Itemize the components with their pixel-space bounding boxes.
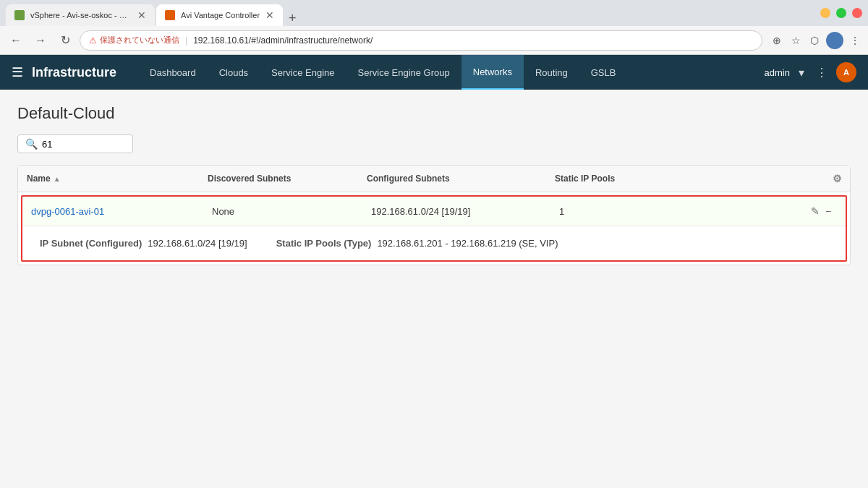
vsphere-favicon	[14, 10, 25, 20]
nav-item-routing[interactable]: Routing	[524, 55, 579, 90]
avi-favicon	[165, 10, 175, 20]
delete-button[interactable]: −	[825, 205, 831, 217]
tab-vsphere-close[interactable]: ✕	[137, 9, 146, 21]
table-row-expanded-wrapper: dvpg-0061-avi-01 None 192.168.61.0/24 [1…	[21, 195, 847, 262]
maximize-button[interactable]	[836, 8, 846, 18]
settings-icon[interactable]: ⚙	[833, 173, 842, 184]
table-header: Name ▲ Discovered Subnets Configured Sub…	[18, 166, 850, 192]
nav-item-service-engine[interactable]: Service Engine	[260, 55, 346, 90]
browser-tab-vsphere[interactable]: vSphere - Avi-se-oskoc - サマリ ✕	[6, 4, 155, 26]
th-name: Name ▲	[18, 166, 199, 192]
search-icon: 🔍	[25, 138, 38, 150]
ip-subnet-item: IP Subnet (Configured) 192.168.61.0/24 […	[40, 238, 247, 249]
window-controls	[820, 8, 862, 18]
network-table: Name ▲ Discovered Subnets Configured Sub…	[17, 165, 851, 265]
new-tab-button[interactable]: +	[284, 11, 301, 26]
td-actions: ✎ −	[802, 197, 846, 226]
static-pools-value: 192.168.61.201 - 192.168.61.219 (SE, VIP…	[377, 238, 558, 249]
search-bar[interactable]: 🔍	[17, 134, 133, 153]
search-input[interactable]	[42, 139, 122, 150]
td-static-ip-pools: 1	[550, 197, 802, 226]
nav-right: admin ▾ ⋮ A	[765, 62, 856, 82]
ip-subnet-label: IP Subnet (Configured)	[40, 238, 142, 249]
browser-frame: vSphere - Avi-se-oskoc - サマリ ✕ Avi Vanta…	[0, 0, 868, 488]
app-container: ☰ Infrastructure Dashboard Clouds Servic…	[0, 55, 868, 488]
top-nav: ☰ Infrastructure Dashboard Clouds Servic…	[0, 55, 868, 90]
nav-brand: Infrastructure	[32, 65, 116, 80]
nav-item-networks[interactable]: Networks	[461, 55, 524, 90]
address-bar[interactable]: ⚠ 保護されていない通信 | 192.168.10.61/#!/admin/in…	[80, 30, 762, 51]
nav-item-gslb[interactable]: GSLB	[579, 55, 628, 90]
browser-titlebar: vSphere - Avi-se-oskoc - サマリ ✕ Avi Vanta…	[0, 0, 868, 26]
nav-item-service-engine-group[interactable]: Service Engine Group	[346, 55, 461, 90]
browser-ext-icons: ⊕ ☆ ⬡ ⋮	[770, 32, 862, 49]
url-text: 192.168.10.61/#!/admin/infrastructure/ne…	[193, 35, 373, 46]
warning-text: 保護されていない通信	[100, 35, 179, 46]
ip-subnet-value: 192.168.61.0/24 [19/19]	[148, 238, 247, 249]
table-row: dvpg-0061-avi-01 None 192.168.61.0/24 [1…	[22, 197, 846, 226]
expanded-row: IP Subnet (Configured) 192.168.61.0/24 […	[22, 226, 846, 260]
td-discovered-subnets: None	[203, 197, 362, 226]
star-icon[interactable]: ☆	[788, 33, 803, 48]
nav-item-clouds[interactable]: Clouds	[208, 55, 260, 90]
back-button[interactable]: ←	[6, 30, 26, 51]
td-name[interactable]: dvpg-0061-avi-01	[22, 197, 203, 226]
tab-vsphere-label: vSphere - Avi-se-oskoc - サマリ	[30, 10, 132, 21]
chevron-down-icon[interactable]: ▾	[796, 63, 807, 82]
admin-label: admin	[765, 67, 790, 78]
avi-logo: A	[836, 62, 856, 82]
tab-avi-label: Avi Vantage Controller	[181, 11, 260, 20]
nav-item-dashboard[interactable]: Dashboard	[138, 55, 208, 90]
sort-icon[interactable]: ▲	[54, 175, 61, 183]
edit-button[interactable]: ✎	[811, 205, 820, 217]
more-menu-icon[interactable]: ⋮	[813, 63, 830, 82]
extensions-icon[interactable]: ⬡	[807, 33, 822, 48]
security-warning: ⚠ 保護されていない通信	[89, 35, 179, 46]
minimize-button[interactable]	[820, 8, 830, 18]
hamburger-icon[interactable]: ☰	[12, 64, 23, 80]
browser-toolbar: ← → ↻ ⚠ 保護されていない通信 | 192.168.10.61/#!/ad…	[0, 26, 868, 55]
forward-button[interactable]: →	[30, 30, 51, 51]
reload-button[interactable]: ↻	[55, 30, 75, 51]
static-pools-label: Static IP Pools (Type)	[276, 238, 372, 249]
nav-items: Dashboard Clouds Service Engine Service …	[138, 55, 765, 90]
main-content: Default-Cloud 🔍 Name ▲ Discovered Subnet…	[0, 90, 868, 488]
page-title: Default-Cloud	[17, 104, 851, 123]
profile-icon[interactable]	[826, 32, 843, 49]
static-pools-item: Static IP Pools (Type) 192.168.61.201 - …	[276, 238, 558, 249]
browser-tab-avi[interactable]: Avi Vantage Controller ✕	[156, 4, 283, 26]
close-button[interactable]	[852, 8, 862, 18]
td-configured-subnets: 192.168.61.0/24 [19/19]	[362, 197, 550, 226]
address-separator: |	[185, 35, 187, 46]
th-gear[interactable]: ⚙	[824, 166, 850, 192]
tab-avi-close[interactable]: ✕	[265, 9, 274, 21]
th-static-ip-pools: Static IP Pools	[546, 166, 824, 192]
th-discovered-subnets: Discovered Subnets	[199, 166, 358, 192]
translate-icon[interactable]: ⊕	[770, 33, 784, 48]
browser-tabs: vSphere - Avi-se-oskoc - サマリ ✕ Avi Vanta…	[6, 0, 301, 26]
more-options-icon[interactable]: ⋮	[848, 33, 862, 48]
warning-icon: ⚠	[89, 35, 97, 46]
th-configured-subnets: Configured Subnets	[358, 166, 546, 192]
